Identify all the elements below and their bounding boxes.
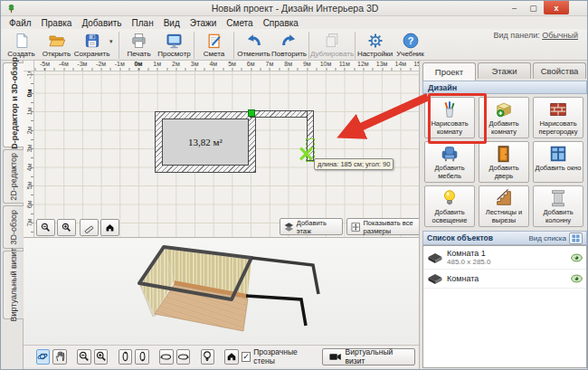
visibility-eye-icon[interactable] <box>571 253 583 262</box>
ruler-label: 7м <box>266 61 274 67</box>
object-size: 485.0 x 285.0 <box>447 258 571 266</box>
ruler-label: -1м <box>115 61 125 67</box>
tab-properties[interactable]: Свойства <box>533 62 586 79</box>
rotate-right-button[interactable] <box>176 349 191 365</box>
tab-virtual-visit[interactable]: Виртуальный визит <box>3 251 24 319</box>
add-floor-label: Добавить этаж <box>297 219 338 235</box>
show-all-dimensions-button[interactable]: Показывать все размеры <box>346 218 419 235</box>
menu-help[interactable]: Справка <box>263 18 299 28</box>
menu-plan[interactable]: План <box>132 18 154 28</box>
home-view-button[interactable] <box>224 349 239 365</box>
panel-view-label: Вид панели: <box>494 31 540 40</box>
transparent-walls-label: Прозрачные стены <box>253 347 315 365</box>
estimate-label: Смета <box>204 50 224 58</box>
open-folder-icon <box>47 32 67 50</box>
save-button[interactable]: Сохранить <box>74 31 109 58</box>
menu-file[interactable]: Файл <box>9 18 32 28</box>
preview-button[interactable]: Просмотр <box>156 31 192 58</box>
add-furniture-button[interactable]: Добавить мебель <box>424 141 475 183</box>
print-button[interactable]: Печать <box>121 31 156 58</box>
room-box-icon <box>494 100 514 119</box>
lighting-button[interactable] <box>201 349 215 365</box>
panel-view-value-link[interactable]: Обычный <box>542 31 578 40</box>
rotate-horizontal-icon <box>177 352 189 362</box>
rotate-down-button[interactable] <box>135 349 149 365</box>
ruler-ticks <box>34 68 419 71</box>
tutorial-button[interactable]: ? Учебник <box>393 31 428 58</box>
virtual-visit-button[interactable]: Виртуальный визит <box>322 348 415 365</box>
ruler-label: 5м <box>228 61 236 67</box>
ruler-label: 3м <box>191 61 199 67</box>
maximize-button[interactable]: ▢ <box>525 1 542 14</box>
tab-2d-editor-label: 2D-редактор <box>9 153 18 201</box>
close-button[interactable]: x <box>544 1 569 14</box>
app-window: { "window": { "title": "Новый проект - Д… <box>0 0 588 370</box>
rotate-left-button[interactable] <box>159 349 174 365</box>
check-mark-icon: ✓ <box>242 352 250 361</box>
draw-partition-label: Нарисовать перегородку <box>534 120 583 136</box>
add-door-button[interactable]: Добавить дверь <box>479 141 529 183</box>
wall-segment-horizontal[interactable] <box>250 110 313 118</box>
ruler-label: 11м <box>339 61 350 67</box>
menu-estimate[interactable]: Смета <box>226 18 252 28</box>
object-info: Комната 1 485.0 x 285.0 <box>447 249 571 266</box>
menu-view[interactable]: Вид <box>164 18 180 28</box>
plan-zoom-in-button[interactable] <box>57 219 76 236</box>
estimate-button[interactable]: Смета <box>196 31 232 58</box>
new-button[interactable]: Создать <box>4 31 39 58</box>
left-mode-tabs: 2D-редактор и 3D-обзор 2D-редактор 3D-об… <box>1 61 24 370</box>
tab-project[interactable]: Проект <box>422 62 476 81</box>
tab-2d-editor[interactable]: 2D-редактор <box>3 149 24 204</box>
orbit-mode-button[interactable] <box>36 349 51 365</box>
ruler-corner <box>24 61 34 71</box>
settings-button[interactable]: Настройки <box>357 31 393 58</box>
layers-icon <box>284 222 294 232</box>
room-object-icon <box>427 251 443 264</box>
zoom-in-3d-button[interactable] <box>94 349 109 365</box>
save-label: Сохранить <box>74 50 110 58</box>
zoom-out-3d-button[interactable] <box>77 349 91 365</box>
pan-hand-button[interactable] <box>52 349 67 365</box>
add-column-button[interactable]: Добавить колонну <box>533 185 583 227</box>
ruler-pencil-icon <box>84 222 94 233</box>
orbit-3d-icon <box>37 351 48 362</box>
menu-bar: Файл Правка Добавить План Вид Этажи Смет… <box>1 16 588 29</box>
tab-3d-view[interactable]: 3D-обзор <box>3 205 24 249</box>
object-list-item-room2[interactable]: Комната <box>423 270 586 289</box>
tab-floors[interactable]: Этажи <box>478 62 531 79</box>
plan-measure-button[interactable] <box>80 219 99 236</box>
plan-2d-canvas[interactable]: -5м -4м -3м -2м -1м 0м 1м 2м 3м 4м 5м 6м… <box>24 61 419 238</box>
menu-add[interactable]: Добавить <box>81 18 121 28</box>
duplicate-button[interactable]: Дублировать <box>311 31 353 58</box>
menu-floors[interactable]: Этажи <box>190 18 217 28</box>
undo-button[interactable]: Отменить <box>236 31 271 58</box>
toolbar-separator <box>194 32 194 59</box>
rotate-up-button[interactable] <box>119 349 133 365</box>
transparent-walls-checkbox[interactable]: ✓ <box>242 352 251 362</box>
add-lighting-button[interactable]: Добавить освещение <box>424 185 475 227</box>
add-window-button[interactable]: Добавить окно <box>533 141 583 183</box>
window-icon <box>548 144 568 164</box>
open-button[interactable]: Открыть <box>39 31 74 58</box>
draw-partition-button[interactable]: Нарисовать перегородку <box>533 97 583 138</box>
menu-edit[interactable]: Правка <box>42 18 72 28</box>
duplicate-label: Дублировать <box>310 50 354 58</box>
add-window-label: Добавить окно <box>536 165 582 173</box>
plan-zoom-out-button[interactable] <box>36 219 55 236</box>
redo-button[interactable]: Повторить <box>271 31 307 58</box>
minimize-button[interactable]: – <box>506 1 523 14</box>
room-shape[interactable]: 13,82 м² <box>155 111 256 173</box>
stairs-openings-button[interactable]: Лестницы и вырезы <box>479 185 529 227</box>
room-object-icon <box>427 272 443 285</box>
ruler-label: 4м <box>209 61 217 67</box>
plan-home-button[interactable] <box>100 219 119 236</box>
visibility-eye-icon[interactable] <box>571 274 583 283</box>
panel-view-switcher: Вид панели: Обычный <box>494 31 578 40</box>
object-list-item-room1[interactable]: Комната 1 485.0 x 285.0 <box>423 246 586 270</box>
save-dropdown-arrow[interactable]: ▾ <box>109 31 117 45</box>
view-list-toggle-button[interactable] <box>569 232 583 244</box>
add-floor-button[interactable]: Добавить этаж <box>280 218 343 235</box>
view-3d[interactable] <box>24 238 419 345</box>
tab-2d-and-3d[interactable]: 2D-редактор и 3D-обзор <box>3 62 24 147</box>
wall-node-handle[interactable] <box>248 109 255 117</box>
